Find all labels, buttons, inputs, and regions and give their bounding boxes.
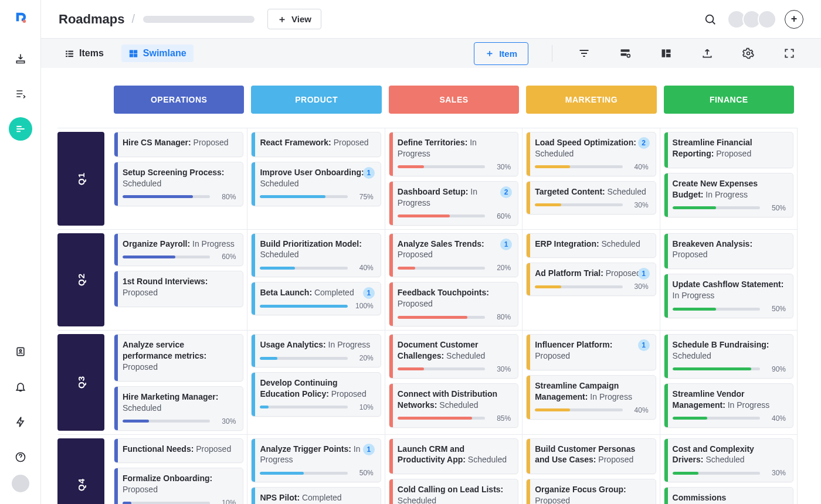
card-stripe xyxy=(527,439,530,474)
nav-contacts-icon[interactable] xyxy=(9,340,32,363)
card[interactable]: Develop Continuing Education Policy: Pro… xyxy=(251,372,381,417)
card-badge: 1 xyxy=(363,167,375,179)
card-title: Hire Marketing Manager: xyxy=(123,392,218,401)
card[interactable]: Commissions Reconcilliation: In Progress… xyxy=(664,487,793,504)
card[interactable]: Build Prioritization Model: Scheduled40% xyxy=(251,233,381,278)
card[interactable]: React Framework: Proposed xyxy=(251,132,381,157)
card-stripe xyxy=(389,282,393,326)
card-status: Scheduled xyxy=(444,351,485,360)
card-status: Proposed xyxy=(398,250,433,259)
card[interactable]: Document Customer Challenges: Scheduled3… xyxy=(389,334,518,379)
card[interactable]: Ad Platform Trial: Proposed130% xyxy=(526,263,656,296)
card[interactable]: Cold Calling on Lead Lists: Scheduled30% xyxy=(389,479,518,504)
card[interactable]: Breakeven Analysis: Proposed xyxy=(664,233,793,270)
card[interactable]: Influencer Platform: Proposed1 xyxy=(526,334,656,370)
swimlane-cell: Cost and Complexity Drivers: Scheduled30… xyxy=(660,434,798,504)
row-header[interactable]: Q2 xyxy=(57,233,104,327)
card-stripe xyxy=(664,234,668,269)
nav-list-icon[interactable] xyxy=(9,82,32,105)
settings-icon[interactable] xyxy=(741,46,755,60)
card[interactable]: Organize Payroll: In Progress60% xyxy=(114,233,243,267)
progress-bar xyxy=(535,408,622,411)
card[interactable]: Setup Screening Process: Scheduled80% xyxy=(114,162,243,206)
card[interactable]: Launch CRM and Productivity App: Schedul… xyxy=(389,438,518,475)
card[interactable]: Formalize Onboarding: Proposed10% xyxy=(114,468,243,504)
view-mode-swimlane[interactable]: Swimlane xyxy=(121,45,194,62)
column-header[interactable]: FINANCE xyxy=(664,86,794,114)
column-header[interactable]: MARKETING xyxy=(526,86,656,114)
card[interactable]: Streamline Vendor Management: In Progres… xyxy=(664,383,793,428)
card[interactable]: NPS Pilot: Completed100% xyxy=(251,487,381,504)
fullscreen-icon[interactable] xyxy=(782,46,796,60)
export-icon[interactable] xyxy=(700,46,714,60)
card-status: Scheduled xyxy=(605,187,646,196)
card[interactable]: Schedule B Fundraising: Scheduled90% xyxy=(664,334,793,379)
row-header[interactable]: Q3 xyxy=(57,334,104,430)
nav-bolt-icon[interactable] xyxy=(9,410,32,434)
card[interactable]: Beta Launch: Completed1100% xyxy=(251,282,381,315)
card[interactable]: Usage Analytics: In Progress20% xyxy=(251,334,381,367)
card[interactable]: Streamline Financial Reporting: Proposed xyxy=(664,132,793,168)
card[interactable]: Streamline Campaign Management: In Progr… xyxy=(526,375,656,420)
progress-bar xyxy=(673,367,760,370)
card[interactable]: Organize Focus Group: Proposed xyxy=(526,479,656,504)
card[interactable]: Connect with Distribution Networks: Sche… xyxy=(389,383,518,428)
column-header[interactable]: PRODUCT xyxy=(251,86,381,114)
row-header[interactable]: Q4 xyxy=(57,438,104,504)
svg-rect-9 xyxy=(66,56,67,57)
nav-help-icon[interactable] xyxy=(9,445,32,469)
add-item-button[interactable]: ＋Item xyxy=(474,42,528,65)
card-stripe xyxy=(389,384,393,427)
card[interactable]: Cost and Complexity Drivers: Scheduled30… xyxy=(664,438,793,483)
card[interactable]: Analyze Sales Trends: Proposed120% xyxy=(389,233,518,278)
nav-notifications-icon[interactable] xyxy=(9,375,32,399)
card-title: Ad Platform Trial: xyxy=(535,268,603,278)
layout-icon[interactable] xyxy=(659,46,673,60)
nav-inbox-icon[interactable] xyxy=(9,47,32,70)
card-title: Analyze Trigger Points: xyxy=(260,444,351,454)
progress-percent: 100% xyxy=(354,302,374,310)
nav-roadmap-icon[interactable] xyxy=(9,117,32,141)
add-view-button[interactable]: ＋View xyxy=(267,9,321,29)
card[interactable]: Dashboard Setup: In Progress260% xyxy=(389,181,518,226)
progress-percent: 50% xyxy=(354,469,374,477)
card-title: Targeted Content: xyxy=(535,187,605,196)
card[interactable]: Update Cashflow Statement: In Progress50… xyxy=(664,274,793,318)
card-title: Hire CS Manager: xyxy=(123,138,191,147)
column-header[interactable]: SALES xyxy=(389,86,519,114)
card[interactable]: Define Territories: In Progress30% xyxy=(389,132,518,176)
card-title: Formalize Onboarding: xyxy=(123,474,212,483)
avatar[interactable] xyxy=(758,10,776,29)
link-icon[interactable] xyxy=(618,46,632,60)
card[interactable]: Functional Needs: Proposed xyxy=(114,438,243,464)
swimlane-cell: Usage Analytics: In Progress20%Develop C… xyxy=(247,330,385,434)
card[interactable]: Improve User Onboarding: Scheduled175% xyxy=(251,162,381,206)
card[interactable]: ERP Integration: Scheduled xyxy=(526,233,656,258)
swimlane-cell: Streamline Financial Reporting: Proposed… xyxy=(660,128,798,229)
card[interactable]: Feedback Touchpoints: Proposed80% xyxy=(389,282,518,326)
filter-icon[interactable] xyxy=(577,46,591,60)
view-mode-items[interactable]: Items xyxy=(57,45,111,62)
invite-button[interactable]: + xyxy=(785,10,803,29)
progress-bar xyxy=(123,420,210,423)
card[interactable]: Analyze service performance metrics: Pro… xyxy=(114,334,243,382)
card[interactable]: Analyze Trigger Points: In Progress150% xyxy=(251,438,381,483)
card[interactable]: 1st Round Interviews: Proposed xyxy=(114,271,243,307)
swimlane-cell: Load Speed Optimization: Scheduled240%Ta… xyxy=(523,128,660,229)
card[interactable]: Load Speed Optimization: Scheduled240% xyxy=(526,132,656,176)
column-header[interactable]: OPERATIONS xyxy=(114,86,244,114)
card-stripe xyxy=(664,488,668,504)
card[interactable]: Hire Marketing Manager: Scheduled30% xyxy=(114,386,243,431)
progress-percent: 30% xyxy=(216,417,236,425)
user-avatar[interactable] xyxy=(12,475,29,492)
card[interactable]: Targeted Content: Scheduled30% xyxy=(526,181,656,214)
card[interactable]: Build Customer Personas and Use Cases: P… xyxy=(526,438,656,475)
card-stripe xyxy=(527,335,530,370)
row-header[interactable]: Q1 xyxy=(57,132,104,226)
card-status: In Progress xyxy=(588,392,632,401)
search-icon[interactable] xyxy=(704,13,717,26)
card[interactable]: Create New Expenses Budget: In Progress5… xyxy=(664,173,793,217)
svg-point-4 xyxy=(706,15,714,22)
card[interactable]: Hire CS Manager: Proposed xyxy=(114,132,243,157)
svg-rect-18 xyxy=(662,49,666,57)
